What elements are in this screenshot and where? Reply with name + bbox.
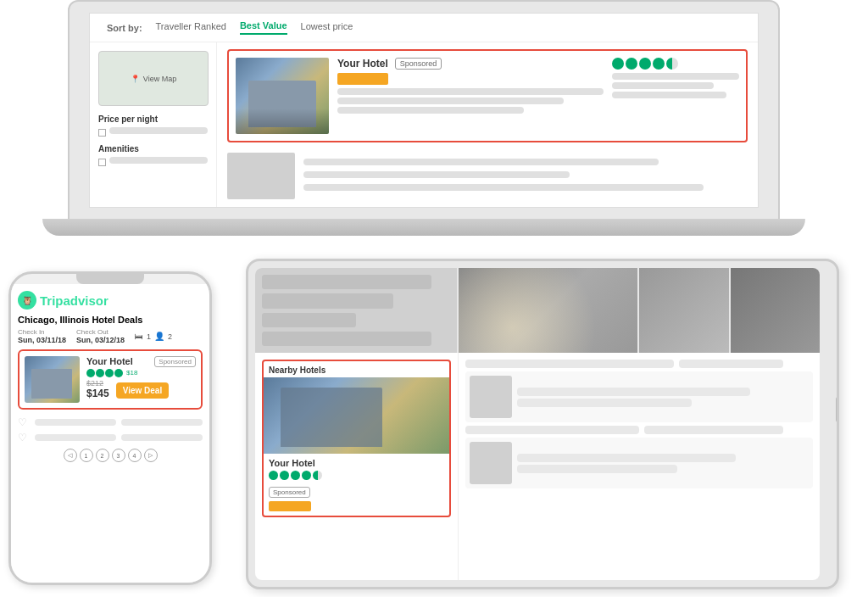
- ph-bubble-2: [96, 369, 104, 377]
- tablet-power-button[interactable]: [836, 397, 839, 422]
- tablet-body: Nearby Hotels Your Hotel Sponso: [246, 259, 839, 589]
- tripadvisor-brand: Tripadvisor: [40, 293, 108, 308]
- right-bar-2: [679, 360, 783, 368]
- phone-screen: 🦉 Tripadvisor Chicago, Illinois Hotel De…: [11, 284, 209, 583]
- right-info-bar-3: [517, 454, 736, 462]
- right-info-2: [517, 442, 809, 484]
- laptop: Sort by: Traveller Ranked Best Value Low…: [68, 0, 780, 246]
- rating-bar-1: [612, 73, 739, 80]
- amenities-checkbox[interactable]: [98, 159, 106, 166]
- rooms-count: 1: [147, 332, 151, 341]
- tripadvisor-logo: 🦉 Tripadvisor: [18, 291, 108, 310]
- bottom-row-2: ♡: [18, 432, 203, 444]
- phone-notch: [76, 274, 144, 284]
- phone-hotel-card[interactable]: Sponsored Your Hotel $18: [18, 349, 203, 410]
- rating-bar-3: [612, 92, 726, 98]
- secondary-card: [227, 149, 748, 203]
- hotel-image: [236, 58, 329, 134]
- right-info-1: [517, 376, 809, 418]
- price-checkbox[interactable]: [98, 129, 106, 137]
- bottom-bar-4: [121, 434, 203, 441]
- right-bar-4: [644, 426, 783, 434]
- bottom-bar-3: [35, 434, 116, 441]
- bottom-placeholders: ♡ ♡: [18, 416, 203, 444]
- info-bar-2: [337, 98, 564, 104]
- right-card-2: [465, 438, 813, 488]
- bed-icon: 🛏: [135, 332, 143, 341]
- rating-bubbles: [612, 58, 739, 70]
- amenities-filter-title: Amenities: [98, 144, 208, 153]
- tablet-hotel-card[interactable]: Nearby Hotels Your Hotel Sponso: [262, 360, 451, 517]
- sponsored-badge: Sponsored: [395, 58, 442, 70]
- guests-info: 🛏 1 👤 2: [135, 328, 172, 344]
- hotel-info: Your Hotel Sponsored: [337, 58, 604, 134]
- right-bar-1: [465, 360, 674, 368]
- right-bar-3: [465, 426, 639, 434]
- right-info-bar-2: [517, 399, 692, 407]
- person-icon: 👤: [154, 332, 164, 341]
- tab-best-value[interactable]: Best Value: [240, 20, 287, 35]
- view-deal-button[interactable]: View Deal: [116, 382, 170, 399]
- tab-lowest-price[interactable]: Lowest price: [301, 21, 353, 34]
- tripadvisor-header: 🦉 Tripadvisor: [18, 291, 203, 310]
- sec-bar-1: [303, 159, 659, 165]
- next-page[interactable]: ▷: [144, 449, 158, 462]
- tablet: Nearby Hotels Your Hotel Sponso: [246, 259, 839, 589]
- page-4[interactable]: 4: [128, 449, 142, 462]
- tablet-hotel-details: Your Hotel Sponsored: [264, 454, 449, 516]
- tablet-hotel-image: [264, 377, 449, 454]
- bubble-1: [612, 58, 624, 70]
- page-2[interactable]: 2: [96, 449, 109, 462]
- checkout-label: Check Out: [76, 328, 125, 336]
- heart-icon-2: ♡: [18, 432, 30, 444]
- checkout-value: Sun, 03/12/18: [76, 336, 125, 344]
- right-thumb-2: [470, 442, 512, 484]
- sec-bar-2: [303, 171, 570, 178]
- price-checkbox-row: [98, 127, 208, 137]
- info-bars: [337, 88, 604, 114]
- view-map-label: View Map: [143, 75, 176, 83]
- nearby-title: Nearby Hotels: [264, 361, 449, 377]
- right-info-bar-4: [517, 465, 677, 473]
- tab-traveller-ranked[interactable]: Traveller Ranked: [156, 21, 226, 34]
- tablet-photos: [459, 268, 820, 353]
- right-row-1: [465, 360, 813, 368]
- ph-bubble-3: [105, 369, 114, 377]
- ph-bubble-4: [114, 369, 123, 377]
- city-title: Chicago, Illinois Hotel Deals: [18, 315, 203, 325]
- t-bubble-4: [302, 471, 311, 480]
- sort-bar: Sort by: Traveller Ranked Best Value Low…: [90, 14, 758, 42]
- phone-body: 🦉 Tripadvisor Chicago, Illinois Hotel De…: [8, 271, 212, 585]
- bubble-4: [653, 58, 665, 70]
- top-placeholder-3: [262, 313, 356, 327]
- heart-icon: ♡: [18, 416, 30, 428]
- tablet-rating-bubbles: [269, 471, 444, 480]
- map-pin-icon: 📍: [131, 75, 140, 83]
- secondary-hotel-img: [227, 153, 295, 199]
- laptop-screen: Sort by: Traveller Ranked Best Value Low…: [89, 13, 759, 208]
- laptop-body: Sort by: Traveller Ranked Best Value Low…: [68, 0, 780, 220]
- featured-hotel-card[interactable]: Your Hotel Sponsored: [227, 49, 748, 142]
- t-bubble-half: [313, 471, 322, 480]
- tablet-left-panel: Nearby Hotels Your Hotel Sponso: [255, 353, 459, 580]
- secondary-hotel-info: [303, 153, 748, 199]
- phone-sponsored-badge: Sponsored: [154, 356, 196, 367]
- tripadvisor-owl-icon: 🦉: [18, 291, 36, 310]
- price-filter: Price per night: [98, 114, 208, 137]
- right-card-1: [465, 371, 813, 422]
- right-thumb-1: [470, 376, 512, 418]
- phone-hotel-image: [25, 356, 80, 403]
- ls-sidebar: 📍 View Map Price per night Amenities: [90, 42, 217, 207]
- tablet-price-bar: [269, 501, 311, 511]
- tablet-sponsored-badge: Sponsored: [269, 487, 310, 498]
- page-3[interactable]: 3: [112, 449, 125, 462]
- info-bar-3: [337, 107, 524, 114]
- page-1[interactable]: 1: [80, 449, 93, 462]
- prev-page[interactable]: ◁: [64, 449, 77, 462]
- price-new: $145: [86, 388, 109, 399]
- bottom-bar-1: [35, 419, 116, 426]
- bottom-bar-2: [121, 419, 203, 426]
- map-box[interactable]: 📍 View Map: [98, 51, 209, 106]
- checkin-label: Check In: [18, 328, 66, 336]
- sort-by-label: Sort by:: [107, 23, 142, 33]
